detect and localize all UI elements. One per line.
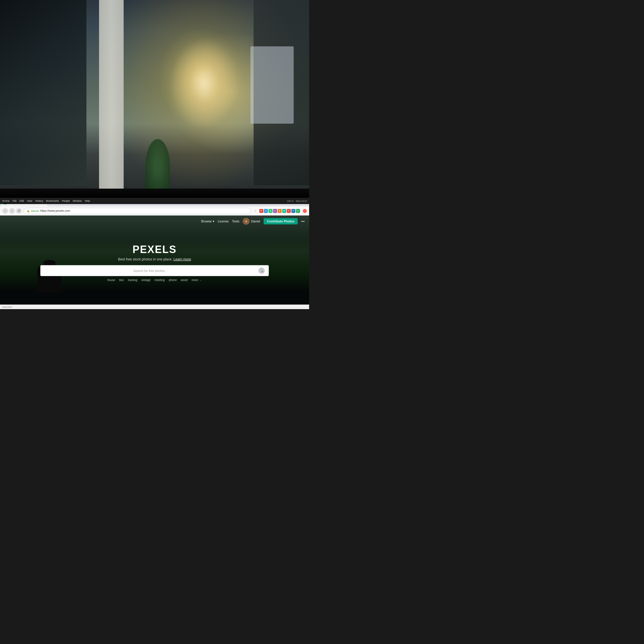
- ext-icon-9[interactable]: E: [296, 209, 300, 213]
- url-bar[interactable]: 🔒 Secure https://www.pexels.com: [23, 208, 251, 214]
- system-menubar: hrome File Edit View History Bookmarks P…: [0, 198, 309, 204]
- ext-icon-8[interactable]: T: [291, 209, 295, 213]
- browser-window: P Free Stock Photos · Pexels × + ‹ › ↺ 🔒…: [0, 198, 309, 309]
- user-avatar[interactable]: D: [243, 218, 250, 225]
- clock: Wed 16:15: [296, 200, 307, 202]
- tag-meeting[interactable]: meeting: [155, 278, 165, 281]
- menu-history[interactable]: History: [35, 199, 43, 202]
- pexels-tagline: Best free stock photos in one place. Lea…: [15, 257, 294, 261]
- learn-more-link[interactable]: Learn more: [173, 257, 191, 261]
- url-display: https://www.pexels.com: [40, 209, 70, 212]
- search-tags: house blur training vintage meeting phon…: [15, 278, 294, 281]
- search-bar[interactable]: Search for free photos... 🔍: [40, 265, 268, 276]
- avatar-initial: D: [245, 220, 247, 223]
- browse-arrow-icon: ▾: [213, 220, 214, 223]
- more-options-icon[interactable]: •••: [301, 220, 305, 223]
- bookmark-star-icon[interactable]: ☆: [253, 209, 258, 213]
- ext-icon-4[interactable]: D: [273, 209, 277, 213]
- pexels-logo: PEXELS: [15, 243, 294, 255]
- pexels-hero-section: PEXELS Best free stock photos in one pla…: [15, 243, 294, 281]
- secure-icon: 🔒: [27, 210, 30, 212]
- tag-blur[interactable]: blur: [119, 278, 124, 281]
- pexels-website: Browse ▾ License Tools D Daniel Contribu…: [0, 216, 309, 309]
- search-submit-icon[interactable]: 🔍: [258, 267, 265, 274]
- ext-icon-5[interactable]: B: [278, 209, 282, 213]
- forward-button[interactable]: ›: [9, 208, 15, 214]
- license-link[interactable]: License: [218, 220, 229, 223]
- contribute-photos-button[interactable]: Contribute Photos: [264, 218, 298, 224]
- refresh-button[interactable]: ↺: [16, 208, 22, 214]
- ext-icon-7[interactable]: Y: [287, 209, 291, 213]
- tag-more[interactable]: more →: [191, 278, 202, 281]
- monitor-bezel: [0, 189, 309, 198]
- app-name[interactable]: hrome: [2, 199, 10, 202]
- menubar-right: 100 % Wed 16:15: [287, 200, 307, 202]
- back-button[interactable]: ‹: [2, 208, 8, 214]
- tagline-text: Best free stock photos in one place.: [118, 257, 173, 261]
- ext-icon-1[interactable]: P: [259, 209, 263, 213]
- extension-icons: P G S D B M Y T E: [259, 209, 300, 213]
- menu-bookmarks[interactable]: Bookmarks: [46, 199, 59, 202]
- tag-training[interactable]: training: [128, 278, 137, 281]
- pexels-nav: Browse ▾ License Tools D Daniel Contribu…: [0, 216, 309, 227]
- office-left: [0, 0, 86, 185]
- menubar-left: hrome File Edit View History Bookmarks P…: [2, 199, 90, 202]
- url-actions: ☆: [253, 209, 258, 213]
- address-bar: ‹ › ↺ 🔒 Secure https://www.pexels.com ☆ …: [0, 206, 309, 216]
- menu-window[interactable]: Window: [73, 199, 82, 202]
- window-right: [250, 46, 294, 124]
- magnifier-icon: 🔍: [260, 269, 263, 272]
- battery-status: 100 %: [287, 200, 294, 202]
- tag-vintage[interactable]: vintage: [141, 278, 151, 281]
- status-bar: Searches: [0, 305, 309, 309]
- status-text: Searches: [2, 306, 12, 308]
- tag-house[interactable]: house: [107, 278, 115, 281]
- ext-icon-3[interactable]: S: [268, 209, 272, 213]
- search-placeholder: Search for free photos...: [44, 269, 256, 272]
- window-close-button[interactable]: [303, 209, 307, 213]
- office-plant: [145, 139, 170, 195]
- ext-icon-2[interactable]: G: [264, 209, 268, 213]
- tag-wood[interactable]: wood: [181, 278, 187, 281]
- menu-people[interactable]: People: [62, 199, 70, 202]
- url-secure-label: Secure: [31, 210, 39, 212]
- menu-view[interactable]: View: [27, 199, 32, 202]
- window-light-glow: [170, 37, 238, 130]
- nav-buttons: ‹ › ↺: [2, 208, 22, 214]
- ext-icon-6[interactable]: M: [282, 209, 286, 213]
- office-column: [99, 0, 124, 192]
- tools-link[interactable]: Tools: [232, 220, 240, 223]
- browse-label: Browse: [201, 220, 212, 223]
- menu-edit[interactable]: Edit: [19, 199, 24, 202]
- menu-help[interactable]: Help: [85, 199, 90, 202]
- user-name[interactable]: Daniel: [251, 220, 260, 223]
- tag-phone[interactable]: phone: [169, 278, 177, 281]
- menu-file[interactable]: File: [13, 199, 17, 202]
- browse-button[interactable]: Browse ▾: [201, 220, 214, 223]
- user-section: D Daniel: [243, 218, 260, 225]
